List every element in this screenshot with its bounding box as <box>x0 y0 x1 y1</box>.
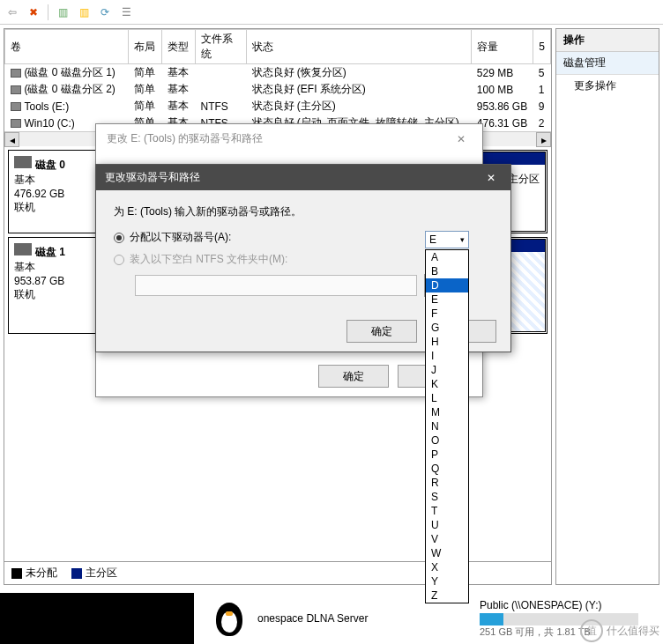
disk-icon <box>14 156 32 168</box>
combo-option[interactable]: V <box>426 532 468 546</box>
radio-assign-letter[interactable] <box>114 233 124 243</box>
combo-option[interactable]: L <box>426 391 468 405</box>
table-row[interactable]: (磁盘 0 磁盘分区 2)简单基本状态良好 (EFI 系统分区)100 MB1 <box>5 81 551 98</box>
col-status[interactable]: 状态 <box>247 30 472 64</box>
combo-option[interactable]: M <box>426 405 468 419</box>
legend-swatch-primary <box>71 568 82 579</box>
combo-option[interactable]: X <box>426 560 468 574</box>
main-toolbar: ⇦ ✖ ▥ ▥ ⟳ ☰ <box>0 0 663 25</box>
dialog1-close-icon[interactable]: ✕ <box>451 133 472 145</box>
legend-primary: 主分区 <box>86 566 117 579</box>
col-fs[interactable]: 文件系统 <box>196 30 247 64</box>
list-icon[interactable]: ☰ <box>119 5 133 19</box>
actions-more[interactable]: 更多操作 <box>556 75 659 97</box>
disk-type: 基本 <box>14 261 35 273</box>
combo-option[interactable]: G <box>426 321 468 335</box>
col-free[interactable]: 5 <box>533 30 551 64</box>
table-row[interactable]: (磁盘 0 磁盘分区 1)简单基本状态良好 (恢复分区)529 MB5 <box>5 64 551 82</box>
new-doc-icon[interactable]: ▥ <box>77 5 91 19</box>
legend-unalloc: 未分配 <box>26 566 57 579</box>
dialog1-title: 更改 E: (Tools) 的驱动器号和路径 <box>107 131 263 146</box>
dialog2-prompt: 为 E: (Tools) 输入新的驱动器号或路径。 <box>114 204 493 219</box>
combo-option[interactable]: Z <box>426 588 468 603</box>
combo-option[interactable]: N <box>426 419 468 433</box>
disk-type: 基本 <box>14 174 35 186</box>
share-name: Public (\\ONESPACE) (Y:) <box>480 599 656 611</box>
scroll-right-icon[interactable]: ▸ <box>536 132 551 147</box>
doc-icon[interactable]: ▥ <box>56 5 70 19</box>
radio-mount-folder[interactable] <box>114 255 124 265</box>
combo-option[interactable]: Y <box>426 574 468 588</box>
volume-icon <box>11 85 21 94</box>
combo-option[interactable]: D <box>426 278 468 292</box>
disk-state: 联机 <box>14 201 35 213</box>
radio-mount-label: 装入以下空白 NTFS 文件夹中(M): <box>130 252 287 267</box>
actions-header: 操作 <box>556 29 659 52</box>
volume-table: 卷 布局 类型 文件系统 状态 容量 5 (磁盘 0 磁盘分区 1)简单基本状态… <box>4 29 551 131</box>
radio-assign-label: 分配以下驱动器号(A): <box>130 230 231 245</box>
combo-option[interactable]: J <box>426 363 468 377</box>
combo-value: E <box>429 233 436 246</box>
legend: 未分配 主分区 <box>4 561 551 584</box>
volume-icon <box>11 119 21 128</box>
refresh-icon[interactable]: ⟳ <box>98 5 112 19</box>
combo-option[interactable]: S <box>426 490 468 504</box>
col-cap[interactable]: 容量 <box>472 30 533 64</box>
combo-option[interactable]: O <box>426 433 468 448</box>
actions-pane: 操作 磁盘管理 更多操作 <box>555 28 659 585</box>
watermark-icon: 值 <box>580 619 603 642</box>
combo-option[interactable]: Q <box>426 462 468 476</box>
thumbnail <box>0 593 194 644</box>
combo-option[interactable]: A <box>426 250 468 264</box>
disk-state: 联机 <box>14 288 35 300</box>
col-type[interactable]: 类型 <box>162 30 196 64</box>
combo-option[interactable]: H <box>426 335 468 349</box>
dialog2-ok-button[interactable]: 确定 <box>346 320 417 343</box>
combo-option[interactable]: K <box>426 377 468 391</box>
volume-icon <box>11 69 21 78</box>
col-layout[interactable]: 布局 <box>129 30 162 64</box>
drive-letter-combo[interactable]: E ▾ <box>425 231 469 248</box>
disk-size: 476.92 GB <box>14 188 64 200</box>
disk-name: 磁盘 1 <box>35 246 65 258</box>
col-vol[interactable]: 卷 <box>5 30 129 64</box>
combo-option[interactable]: W <box>426 546 468 560</box>
combo-option[interactable]: T <box>426 504 468 518</box>
bottom-bar: onespace DLNA Server Public (\\ONESPACE)… <box>0 593 663 644</box>
dialog1-ok-button[interactable]: 确定 <box>318 365 389 388</box>
combo-option[interactable]: E <box>426 292 468 307</box>
disk-name: 磁盘 0 <box>35 159 65 171</box>
chevron-down-icon: ▾ <box>460 235 465 244</box>
server-label: onespace DLNA Server <box>257 612 368 625</box>
volume-icon <box>11 102 21 111</box>
combo-option[interactable]: B <box>426 264 468 278</box>
close-icon[interactable]: ✖ <box>26 5 41 19</box>
combo-option[interactable]: F <box>426 307 468 321</box>
dialog2-close-icon[interactable]: ✕ <box>480 172 502 184</box>
combo-option[interactable]: I <box>426 349 468 363</box>
combo-option[interactable]: R <box>426 476 468 490</box>
mount-path-input <box>135 275 417 296</box>
back-icon[interactable]: ⇦ <box>5 5 19 19</box>
partition-label: 主分区 <box>508 173 540 185</box>
actions-disk-mgmt[interactable]: 磁盘管理 <box>556 52 659 75</box>
table-row[interactable]: Tools (E:)简单基本NTFS状态良好 (主分区)953.86 GB9 <box>5 98 551 115</box>
combo-option[interactable]: U <box>426 518 468 532</box>
watermark: 值 什么值得买 <box>580 619 659 642</box>
drive-letter-dropdown[interactable]: ABDEFGHIJKLMNOPQRSTUVWXYZ <box>425 249 469 603</box>
linux-icon <box>212 599 247 639</box>
legend-swatch-unalloc <box>11 568 22 579</box>
scroll-left-icon[interactable]: ◂ <box>4 132 19 147</box>
combo-option[interactable]: P <box>426 448 468 462</box>
disk-icon <box>14 243 32 255</box>
dialog2-title: 更改驱动器号和路径 <box>105 170 200 185</box>
disk-size: 953.87 GB <box>14 275 64 287</box>
